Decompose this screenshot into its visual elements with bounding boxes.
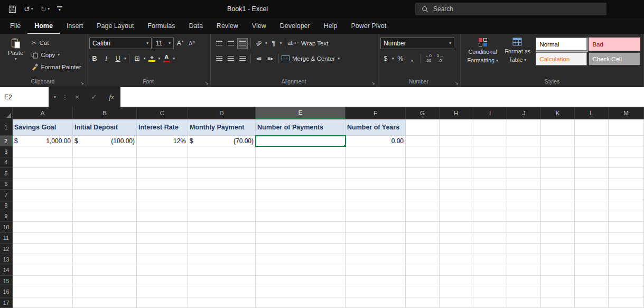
increase-font-size-button[interactable]: A▴ <box>175 38 185 49</box>
alignment-dialog-launcher-icon[interactable]: ↘ <box>371 81 375 86</box>
cell-F14[interactable] <box>346 265 406 276</box>
cell-J5[interactable] <box>507 168 541 179</box>
tab-help[interactable]: Help <box>317 18 344 34</box>
cell-G17[interactable] <box>406 297 440 308</box>
cell-H11[interactable] <box>440 233 473 244</box>
cell-M8[interactable] <box>609 200 644 211</box>
cell-A17[interactable] <box>13 297 73 308</box>
column-header-D[interactable]: D <box>188 107 256 119</box>
fill-handle[interactable] <box>343 144 346 146</box>
cell-F1[interactable]: Number of Years <box>346 119 406 136</box>
formula-bar-handle[interactable]: ⋮ <box>61 87 69 107</box>
tab-review[interactable]: Review <box>210 18 245 34</box>
cell-J9[interactable] <box>507 211 541 222</box>
tab-developer[interactable]: Developer <box>273 18 317 34</box>
row-header-10[interactable]: 10 <box>0 222 13 232</box>
row-header-5[interactable]: 5 <box>0 168 13 179</box>
cell-G14[interactable] <box>406 265 440 276</box>
cell-K16[interactable] <box>541 286 575 297</box>
name-box-dropdown[interactable]: ▾ <box>49 87 61 107</box>
cell-I14[interactable] <box>473 265 507 276</box>
cell-E3[interactable] <box>256 146 346 157</box>
row-header-4[interactable]: 4 <box>0 157 13 168</box>
clipboard-dialog-launcher-icon[interactable]: ↘ <box>80 81 84 86</box>
cell-L16[interactable] <box>575 286 609 297</box>
text-direction-button[interactable]: ¶ <box>268 38 279 49</box>
cell-I17[interactable] <box>473 297 507 308</box>
italic-button[interactable]: I <box>101 53 111 64</box>
copy-dropdown-icon[interactable]: ▾ <box>58 53 60 57</box>
font-name-select[interactable]: Calibri ▾ <box>89 38 152 49</box>
insert-function-button[interactable]: fx <box>102 87 120 107</box>
cell-C6[interactable] <box>137 179 188 190</box>
cell-J16[interactable] <box>507 286 541 297</box>
cell-B14[interactable] <box>73 265 137 276</box>
cell-C14[interactable] <box>137 265 188 276</box>
cell-D15[interactable] <box>188 276 256 286</box>
fill-color-dropdown-icon[interactable]: ▾ <box>158 57 161 61</box>
undo-dropdown-icon[interactable]: ▾ <box>31 7 33 11</box>
name-box[interactable]: E2 <box>0 87 49 107</box>
cell-J14[interactable] <box>507 265 541 276</box>
enter-button[interactable]: ✓ <box>86 87 102 107</box>
save-button[interactable] <box>5 0 20 18</box>
row-header-8[interactable]: 8 <box>0 200 13 211</box>
cell-H7[interactable] <box>440 190 473 200</box>
copy-button[interactable]: Copy ▾ <box>31 50 81 60</box>
cell-L5[interactable] <box>575 168 609 179</box>
underline-button[interactable]: U <box>113 53 123 64</box>
row-header-17[interactable]: 17 <box>0 297 13 308</box>
number-format-select[interactable]: Number ▾ <box>380 38 454 49</box>
tab-view[interactable]: View <box>245 18 273 34</box>
cell-K2[interactable] <box>541 136 575 146</box>
cell-L13[interactable] <box>575 254 609 265</box>
cell-L4[interactable] <box>575 157 609 168</box>
style-bad[interactable]: Bad <box>589 38 640 51</box>
cell-E5[interactable] <box>256 168 346 179</box>
cell-E13[interactable] <box>256 254 346 265</box>
cell-D4[interactable] <box>188 157 256 168</box>
cell-B4[interactable] <box>73 157 137 168</box>
cell-B15[interactable] <box>73 276 137 286</box>
cell-M4[interactable] <box>609 157 644 168</box>
font-color-button[interactable]: A <box>161 53 172 64</box>
cell-G7[interactable] <box>406 190 440 200</box>
cell-C1[interactable]: Interest Rate <box>137 119 188 136</box>
cell-L7[interactable] <box>575 190 609 200</box>
cell-G11[interactable] <box>406 233 440 244</box>
cell-C13[interactable] <box>137 254 188 265</box>
cell-A16[interactable] <box>13 286 73 297</box>
column-header-J[interactable]: J <box>507 107 541 119</box>
cell-K5[interactable] <box>541 168 575 179</box>
accounting-format-dropdown-icon[interactable]: ▾ <box>392 57 394 61</box>
cell-I1[interactable] <box>473 119 507 136</box>
cell-M15[interactable] <box>609 276 644 286</box>
column-header-F[interactable]: F <box>346 107 406 119</box>
comma-style-button[interactable]: , <box>407 53 417 64</box>
cell-D1[interactable]: Monthly Payment <box>188 119 256 136</box>
font-size-select[interactable]: 11 ▾ <box>153 38 174 49</box>
number-dialog-launcher-icon[interactable]: ↘ <box>454 81 459 86</box>
cell-F4[interactable] <box>346 157 406 168</box>
row-header-13[interactable]: 13 <box>0 254 13 265</box>
cell-L12[interactable] <box>575 244 609 254</box>
text-direction-dropdown-icon[interactable]: ▾ <box>280 41 282 45</box>
cell-M17[interactable] <box>609 297 644 308</box>
column-header-E[interactable]: E <box>256 107 346 119</box>
cell-J11[interactable] <box>507 233 541 244</box>
cell-K11[interactable] <box>541 233 575 244</box>
font-dialog-launcher-icon[interactable]: ↘ <box>204 81 209 86</box>
cell-C10[interactable] <box>137 222 188 232</box>
cell-A9[interactable] <box>13 211 73 222</box>
cell-H14[interactable] <box>440 265 473 276</box>
paste-button[interactable]: Paste ▾ <box>3 36 28 77</box>
borders-dropdown-icon[interactable]: ▾ <box>144 57 146 61</box>
cell-M7[interactable] <box>609 190 644 200</box>
cell-I16[interactable] <box>473 286 507 297</box>
cancel-button[interactable]: × <box>69 87 86 107</box>
cell-D6[interactable] <box>188 179 256 190</box>
cell-L2[interactable] <box>575 136 609 146</box>
select-all-button[interactable] <box>0 107 13 119</box>
cell-E4[interactable] <box>256 157 346 168</box>
align-left-button[interactable] <box>214 53 225 64</box>
